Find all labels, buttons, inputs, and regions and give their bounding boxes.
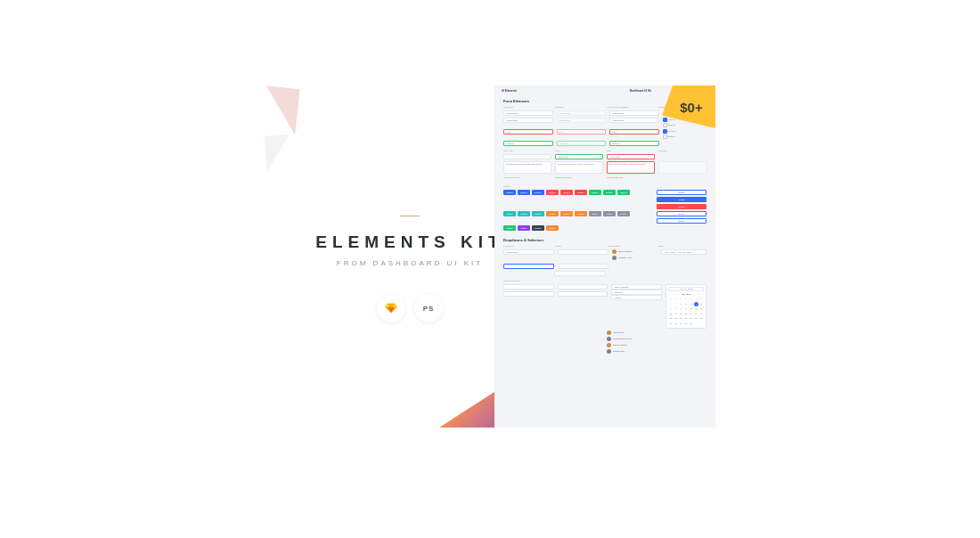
menu-item[interactable]: Logout — [611, 295, 662, 300]
decor-photo-triangle — [439, 392, 494, 428]
menu-input[interactable] — [558, 284, 608, 289]
button[interactable]: Button — [617, 211, 630, 216]
preview-panel: $0+ UI Elements Dashboard UI Kit Form El… — [494, 86, 715, 428]
textarea-error[interactable]: The following lines of text are meant... — [607, 161, 655, 174]
date-range-input[interactable]: Apr 1, 2018 – May 31, 2018 — [661, 249, 706, 255]
textarea-title[interactable] — [503, 154, 551, 159]
text-input-success[interactable]: Success — [609, 141, 659, 146]
user-item[interactable]: David Wagner — [607, 343, 655, 347]
textarea-title-valid[interactable]: Lorem text — [555, 154, 603, 159]
button[interactable]: Button — [518, 190, 530, 195]
col-label: Date — [658, 245, 706, 248]
button[interactable]: Button — [575, 190, 587, 195]
autocomplete-item[interactable]: David Wagner — [612, 249, 657, 254]
button[interactable]: Button — [546, 190, 559, 195]
button[interactable]: Button — [657, 197, 706, 202]
buttons-label: Buttons — [503, 185, 706, 188]
section-title-drop: Dropdowns & Selectors — [503, 238, 706, 242]
button-outline[interactable]: Button — [657, 211, 706, 216]
hint: 100 characters left — [503, 176, 551, 178]
product-info: ELEMENTS KIT FROM DASHBOARD UI KIT PS — [321, 216, 499, 322]
calendar[interactable]: May 31, 2018 ‹May 2018› SMTWTFS 12345 67… — [666, 284, 706, 329]
sketch-icon — [377, 294, 405, 322]
section-dropdowns: Dropdowns & Selectors Dropdown Select Au… — [494, 235, 715, 360]
select[interactable] — [558, 264, 608, 269]
button[interactable]: Button — [532, 190, 544, 195]
button[interactable]: Button — [518, 211, 530, 216]
text-input-error: Error — [557, 129, 607, 134]
col-label: With Icon & Validation — [607, 106, 655, 109]
button[interactable]: Button — [503, 190, 516, 195]
button[interactable]: Button — [503, 225, 516, 231]
select[interactable] — [554, 271, 607, 276]
user-item[interactable]: Rachel Lee — [607, 349, 655, 354]
section-buttons: Buttons Button Button Button Button Butt… — [494, 183, 715, 235]
panel-header-left: UI Elements — [502, 89, 517, 93]
product-title: ELEMENTS KIT — [294, 232, 526, 252]
button[interactable]: Button — [575, 211, 587, 216]
cal-title: May 2018 — [682, 293, 690, 295]
photoshop-badge: PS — [414, 294, 443, 322]
select[interactable] — [558, 249, 608, 255]
textarea-title-error[interactable]: Wrong text — [607, 154, 655, 159]
button[interactable]: Button — [603, 211, 616, 216]
decor-triangle-grey — [265, 134, 292, 172]
button[interactable]: Button — [560, 190, 573, 195]
text-input-success[interactable]: Success — [503, 141, 553, 146]
date-input[interactable]: May 31, 2018 — [668, 287, 704, 291]
col-label: Error — [607, 150, 655, 152]
calendar-grid: SMTWTFS 12345 6789101112 13141516171819 … — [668, 297, 704, 326]
col-label: Dropdown — [503, 245, 551, 248]
col-label: Text Area — [503, 150, 551, 152]
text-input-disabled: Placeholder — [557, 110, 607, 116]
textarea-disabled — [658, 161, 706, 174]
hint-ok: 100 characters left — [555, 176, 603, 178]
menu-input[interactable] — [503, 284, 554, 289]
format-row: PS — [321, 294, 499, 322]
text-input-icon[interactable]: Placeholder — [609, 110, 659, 116]
cal-next-icon[interactable]: › — [703, 293, 704, 295]
text-input-icon[interactable]: Placeholder — [609, 118, 659, 123]
col-label: Text Input — [503, 106, 551, 109]
textarea[interactable]: The following lines of text are meant... — [503, 161, 551, 174]
user-item[interactable]: Sarah Doe — [607, 330, 655, 335]
col-label: Valid — [555, 150, 603, 152]
button[interactable]: Button — [546, 225, 559, 231]
button[interactable]: Button — [518, 225, 530, 231]
dropdown-active[interactable] — [503, 264, 554, 269]
dropdown[interactable]: Placeholder — [503, 249, 554, 255]
cal-prev-icon[interactable]: ‹ — [668, 293, 669, 295]
button[interactable]: Button — [560, 211, 573, 216]
text-input-error[interactable]: Error — [609, 129, 659, 134]
autocomplete-item[interactable]: Member MVP — [612, 256, 657, 260]
menu-input[interactable] — [503, 291, 554, 297]
button[interactable]: Button — [589, 211, 601, 216]
button[interactable]: Button — [617, 190, 630, 195]
menu-input[interactable] — [558, 291, 608, 297]
button-outline[interactable]: Button — [657, 218, 706, 224]
button[interactable]: Button — [603, 190, 616, 195]
textarea[interactable]: The following lines of text are meant... — [555, 161, 603, 174]
text-input-success: Success — [557, 141, 607, 146]
text-input[interactable]: Placeholder — [503, 110, 553, 116]
button[interactable]: Button — [503, 211, 516, 216]
text-input-error[interactable]: Error — [503, 129, 553, 134]
user-item[interactable]: Johnathan Reeves — [607, 337, 655, 341]
checkbox[interactable]: Item 03 — [663, 129, 707, 134]
button[interactable]: Button — [532, 225, 544, 231]
button[interactable]: Button — [589, 190, 601, 195]
button[interactable]: Button — [657, 204, 706, 209]
button-outline[interactable]: Button — [657, 190, 706, 195]
textarea-labels: Text Area Valid Error Disabled — [503, 150, 706, 152]
product-subtitle: FROM DASHBOARD UI KIT — [294, 259, 526, 267]
col-label: Menus & Pickers — [503, 280, 706, 282]
checkbox[interactable]: Item 04 — [663, 134, 707, 139]
text-input-disabled: Placeholder — [557, 118, 607, 123]
col-label: Disabled — [555, 106, 603, 109]
cal-selected-day[interactable]: 4 — [694, 302, 698, 306]
col-label: Autocomplete — [607, 245, 655, 248]
accent-line — [400, 216, 420, 216]
button[interactable]: Button — [532, 211, 544, 216]
button[interactable]: Button — [546, 211, 559, 216]
text-input[interactable]: Placeholder — [503, 118, 553, 123]
